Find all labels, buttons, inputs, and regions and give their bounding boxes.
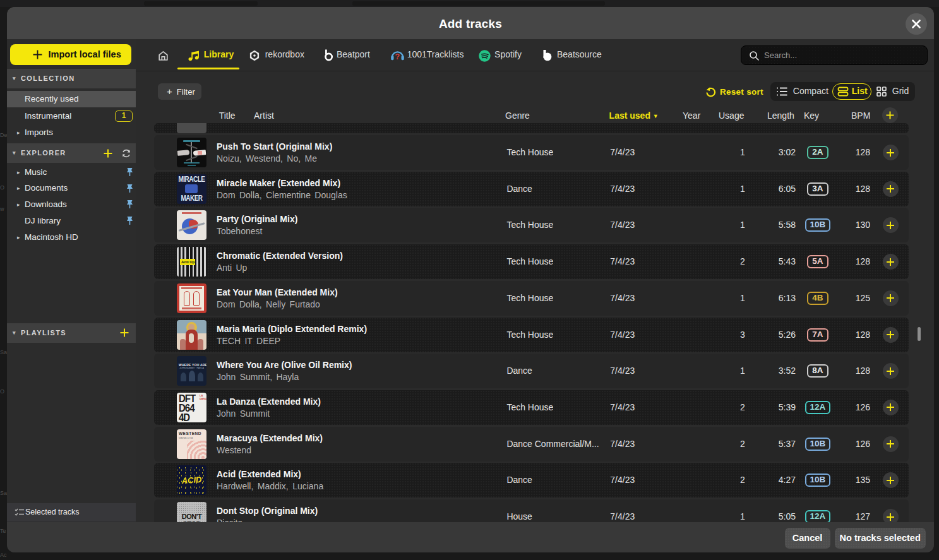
svg-text:?: ?	[395, 52, 400, 61]
